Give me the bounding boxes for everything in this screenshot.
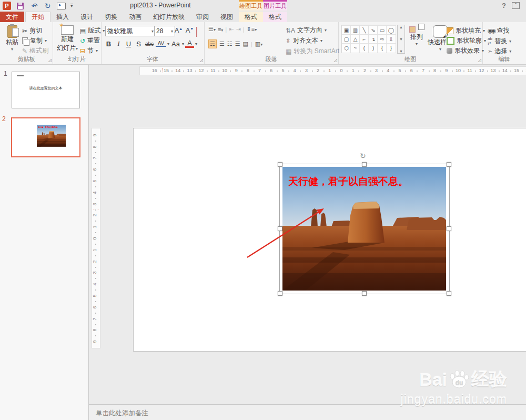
window-title: ppt2013 - PowerPoint — [108, 2, 213, 9]
resize-handle-top[interactable] — [362, 162, 367, 167]
help-button[interactable]: ? — [502, 2, 506, 9]
change-case-button[interactable]: Aa — [170, 40, 181, 48]
tab-review[interactable]: 审阅 — [190, 12, 215, 22]
powerpoint-app-icon[interactable]: P — [3, 2, 11, 10]
tab-animations[interactable]: 动画 — [123, 12, 147, 22]
smartart-icon: ▦ — [286, 48, 291, 55]
strikethrough-button[interactable]: S — [134, 40, 143, 48]
resize-handle-bottom-left[interactable] — [278, 291, 282, 296]
clear-formatting-button[interactable] — [196, 27, 197, 37]
decrease-indent-button[interactable]: ⇤ — [229, 26, 234, 33]
dialog-launcher-icon[interactable]: ◿ — [200, 58, 203, 63]
shrink-font-button[interactable]: A▼ — [185, 26, 194, 34]
tab-design[interactable]: 设计 — [75, 12, 99, 22]
align-left-button[interactable]: ☴ — [208, 39, 217, 48]
vertical-ruler: 9876543210123456789 — [92, 128, 100, 348]
hruler-number: 9 — [235, 68, 238, 73]
dialog-launcher-icon[interactable]: ◿ — [478, 58, 481, 63]
replace-button[interactable]: ab⇄ 替换▾ — [488, 36, 511, 46]
select-button[interactable]: ➢ 选择▾ — [488, 47, 511, 56]
dialog-launcher-icon[interactable]: ◿ — [334, 58, 337, 63]
gallery-more-icon[interactable]: ▼ — [399, 49, 403, 53]
align-text-icon: ⇳ — [286, 37, 291, 45]
vruler-number: 5 — [92, 179, 97, 182]
undo-button[interactable]: ↶▾ — [29, 2, 38, 11]
numbering-button[interactable]: ≡▾ — [218, 26, 223, 33]
reset-button[interactable]: ↺ 重置 — [80, 36, 100, 45]
ribbon-tabs: 文件开始插入设计切换动画幻灯片放映审阅视图格式格式 — [0, 12, 526, 22]
columns-button[interactable]: ▥▾ — [255, 41, 262, 47]
new-slide-button[interactable]: 新建 幻灯片▾ — [56, 25, 79, 53]
customize-qat-button[interactable]: ▾ — [70, 4, 73, 8]
group-label: 绘图 — [338, 55, 482, 63]
resize-handle-top-left[interactable] — [278, 162, 282, 167]
rotation-handle[interactable]: ↻ — [360, 152, 366, 160]
underline-button[interactable]: U — [124, 40, 133, 48]
align-text-button[interactable]: ⇳ 对齐文本▾ — [286, 36, 322, 45]
font-color-button[interactable]: A — [185, 39, 194, 48]
increase-indent-button[interactable]: ⇥ — [236, 26, 240, 33]
ribbon-display-options-button[interactable]: ⌃ — [512, 2, 520, 9]
character-spacing-button[interactable]: AV — [156, 41, 166, 47]
tab-format-drawing[interactable]: 格式 — [239, 12, 263, 22]
shape-outline-button[interactable]: 形状轮廓▾ — [447, 36, 486, 45]
font-size-combo[interactable]: 28▾ — [154, 26, 175, 36]
font-name-combo[interactable]: 微软雅黑▾ — [105, 26, 156, 36]
slide-picture[interactable] — [282, 167, 446, 291]
format-painter-button[interactable]: ✎ 格式刷 — [22, 46, 48, 55]
shape-gallery-scrollbar[interactable]: ▲ ▼ ▼ — [397, 25, 405, 54]
resize-handle-left[interactable] — [278, 226, 282, 231]
grow-font-button[interactable]: A▲ — [174, 26, 183, 34]
resize-handle-bottom-right[interactable] — [447, 291, 451, 296]
scroll-down-icon[interactable]: ▼ — [399, 37, 403, 41]
tab-view[interactable]: 视图 — [215, 12, 239, 22]
paste-button[interactable]: 粘贴 ▾ — [3, 25, 21, 52]
distributed-button[interactable]: ▤ — [243, 41, 248, 47]
save-button[interactable] — [16, 2, 25, 11]
copy-button[interactable]: 复制 ▾ — [22, 36, 47, 45]
align-center-button[interactable]: ☰ — [219, 41, 225, 47]
slide-1-thumbnail[interactable]: 请在此放置您的文本 — [12, 72, 80, 108]
vruler-number: 9 — [92, 341, 97, 343]
tab-slideshow[interactable]: 幻灯片放映 — [147, 12, 190, 22]
shape-icon-17[interactable]: } — [386, 43, 396, 53]
shape-fill-button[interactable]: 形状填充▾ — [447, 26, 485, 35]
bullets-button[interactable]: ☰▾ — [208, 26, 216, 33]
tab-transitions[interactable]: 切换 — [99, 12, 123, 22]
hruler-number: 9 — [445, 68, 448, 73]
quick-styles-icon — [433, 25, 448, 38]
group-label: 编辑 — [482, 55, 526, 63]
slide-1-body-text: 请在此放置您的文本 — [12, 86, 79, 91]
hruler-number: 1 — [352, 68, 355, 73]
dialog-launcher-icon[interactable]: ◿ — [48, 58, 52, 63]
resize-handle-top-right[interactable] — [447, 162, 451, 167]
tab-home[interactable]: 开始 — [25, 12, 50, 22]
tab-file[interactable]: 文件 — [0, 12, 24, 22]
convert-smartart-button[interactable]: ▦ 转换为 SmartArt▾ — [286, 47, 343, 56]
shape-effects-button[interactable]: 形状效果▾ — [447, 46, 484, 55]
arrange-button[interactable]: 排列▾ — [408, 26, 426, 46]
notes-pane[interactable]: 单击此处添加备注 — [89, 404, 526, 420]
scroll-up-icon[interactable]: ▲ — [399, 25, 403, 29]
text-direction-button[interactable]: ⇅A 文字方向▾ — [286, 26, 327, 35]
section-button[interactable]: ⊟ 节▾ — [80, 46, 98, 55]
cut-button[interactable]: ✂ 剪切 — [22, 26, 42, 35]
slide-2-thumbnail[interactable] — [11, 117, 80, 157]
align-right-button[interactable]: ☷ — [227, 41, 232, 47]
italic-button[interactable]: I — [114, 39, 123, 48]
shadow-button[interactable]: abc — [144, 41, 155, 47]
start-slideshow-button[interactable] — [57, 2, 66, 11]
resize-handle-right[interactable] — [447, 226, 451, 231]
justify-button[interactable]: ☰ — [235, 41, 240, 47]
resize-handle-bottom[interactable] — [362, 291, 367, 296]
vruler-number: 4 — [92, 283, 97, 286]
new-slide-icon — [61, 25, 74, 35]
bold-button[interactable]: B — [104, 40, 113, 48]
line-spacing-button[interactable]: ⇕≡▾ — [246, 26, 257, 33]
quick-access-toolbar: P ↶▾ ↻ ▾ — [3, 1, 73, 11]
redo-button[interactable]: ↻ — [43, 2, 52, 11]
find-button[interactable]: ◉◉ 查找 — [488, 26, 509, 35]
tab-insert[interactable]: 插入 — [50, 12, 75, 22]
hruler-number: 13 — [491, 68, 496, 73]
tab-format-picture[interactable]: 格式 — [263, 12, 287, 22]
